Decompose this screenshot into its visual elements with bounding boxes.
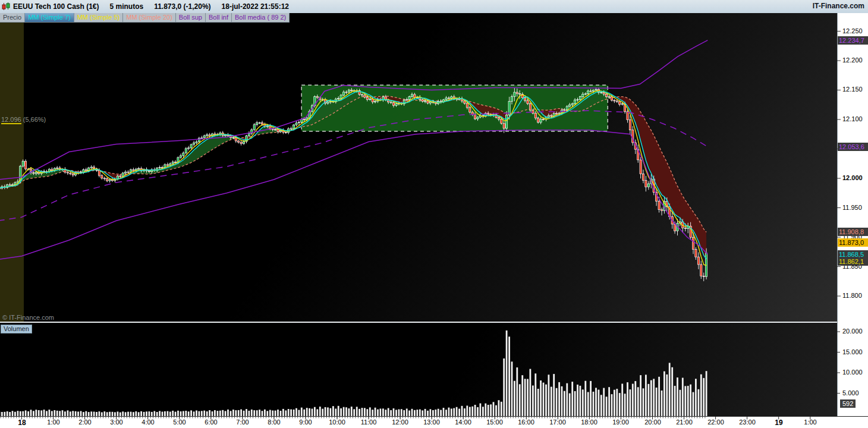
time-tick-label: 20:00 [640,418,666,426]
price-tick-label: 11.800 [842,292,862,299]
price-tick-label: 11.950 [842,204,862,211]
time-tick-label: 19:00 [608,418,634,426]
volume-pane[interactable] [0,323,837,416]
time-tick-label: 9:00 [293,418,319,426]
boll-sup-tag: 12.234,7 [838,36,868,45]
trading-platform-window: EEUU Tech 100 Cash (1€) 5 minutos 11.873… [0,0,868,428]
time-tick-label: 18:00 [576,418,602,426]
time-tick-label: 17:00 [545,418,571,426]
time-tick-label: 6:00 [198,418,224,426]
price-chart-pane[interactable] [0,13,837,322]
time-tick-label: 16:00 [513,418,539,426]
time-tick-label: 18 [9,418,35,427]
level-value: 12.096 [1,116,21,124]
time-tick-label: 12:00 [387,418,413,426]
time-tick-label: 14:00 [450,418,476,426]
time-tick-label: 23:00 [734,418,760,426]
datetime-label: 18-jul-2022 21:55:12 [222,2,289,11]
time-tick-label: 4:00 [135,418,161,426]
indicator-toolbar: PrecioMM (Simple 7)MM (Simple 5)MM (Simp… [0,13,290,23]
time-tick-label: 8:00 [261,418,287,426]
brand-label: IT-Finance.com [813,2,864,10]
mm20-tag: 11.908,8 [838,228,868,236]
time-tick-label: 10:00 [324,418,350,426]
time-tick-label: 5:00 [166,418,193,426]
volume-tick-label: 10.000 [842,369,863,376]
volume-tick-label: 15.000 [842,348,863,355]
price-tick-label: 12.000 [842,174,863,181]
time-tick-label: 22:00 [703,418,729,426]
level-percent: (5,66%) [21,116,46,123]
time-tick-label: 2:00 [72,418,98,426]
price-tick-label: 12.150 [842,86,863,93]
time-tick-label: 19 [766,418,792,427]
copyright-watermark: © IT-Finance.com [2,314,54,321]
last-volume-badge: 592 [840,399,856,408]
time-tick-label: 3:00 [103,418,130,426]
time-tick-label: 21:00 [671,418,697,426]
candlestick-chart-icon [2,2,11,11]
time-tick-label: 15:00 [482,418,508,426]
price-axis-column[interactable] [837,13,868,416]
indicator-chip-boll-sup[interactable]: Boll sup [176,13,206,22]
time-tick-label: 13:00 [419,418,445,426]
chart-header-bar: EEUU Tech 100 Cash (1€) 5 minutos 11.873… [0,0,868,14]
timeframe-label: 5 minutos [110,2,144,11]
volume-tick-label: 5.000 [842,389,859,396]
indicator-chip-mm-simple-20[interactable]: MM (Simple 20) [123,13,176,22]
indicator-chip-boll-media-89-2[interactable]: Boll media ( 89 2) [232,13,290,22]
indicator-chip-mm-simple-7[interactable]: MM (Simple 7) [25,13,74,22]
price-tick-label: 12.200 [842,56,863,64]
level-annotation: 12.096 (5,66%) [1,116,46,123]
volume-indicator-chip[interactable]: Volumen [1,325,32,333]
indicator-chip-boll-inf[interactable]: Boll inf [206,13,232,22]
indicator-chip-mm-simple-5[interactable]: MM (Simple 5) [74,13,124,22]
price-tick-label: 12.250 [842,27,863,34]
last-price-and-change: 11.873,0 (-1,20%) [154,2,210,11]
time-tick-label: 7:00 [229,418,256,426]
time-tick-label: 1:00 [797,418,823,426]
last-price-tag: 11.873,0 [838,238,868,247]
time-tick-label: 11:00 [356,418,382,426]
volume-tick-label: 20.000 [842,328,863,335]
mm5-tag: 11.862,1 [838,257,868,266]
time-tick-label: 1:00 [40,418,67,426]
boll-media-tag: 12.053,6 [838,143,868,151]
instrument-title: EEUU Tech 100 Cash (1€) [13,2,99,11]
indicator-chip-precio[interactable]: Precio [0,13,25,22]
price-tick-label: 12.100 [842,115,863,122]
